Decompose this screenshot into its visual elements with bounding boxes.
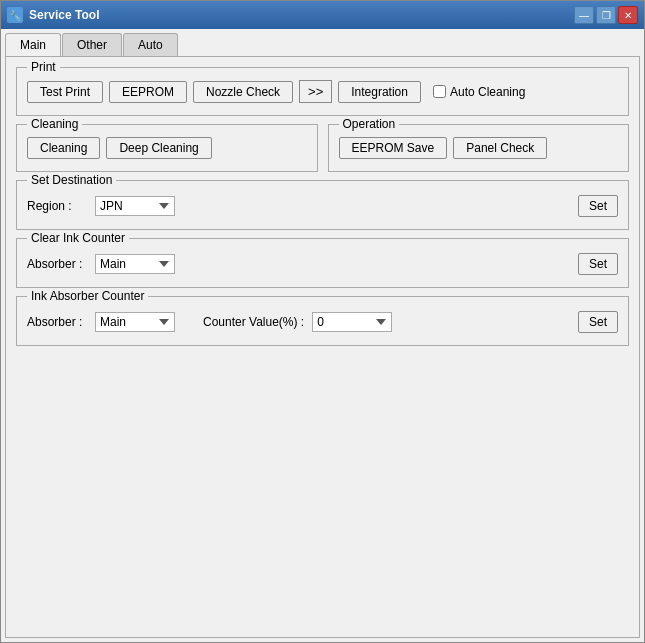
auto-cleaning-checkbox[interactable] [433,85,446,98]
counter-value-label: Counter Value(%) : [203,315,304,329]
clear-ink-absorber-label: Absorber : [27,257,87,271]
print-row: Test Print EEPROM Nozzle Check >> Integr… [27,80,618,103]
window-body: Main Other Auto Print Test Print EEPROM … [1,29,644,642]
deep-cleaning-button[interactable]: Deep Cleaning [106,137,211,159]
tab-main[interactable]: Main [5,33,61,56]
print-section: Print Test Print EEPROM Nozzle Check >> … [16,67,629,116]
auto-cleaning-wrap: Auto Cleaning [433,85,525,99]
region-label: Region : [27,199,87,213]
cleaning-buttons: Cleaning Deep Cleaning [27,137,307,159]
cleaning-operation-row: Cleaning Cleaning Deep Cleaning Operatio… [16,124,629,172]
cleaning-button[interactable]: Cleaning [27,137,100,159]
tab-content-main: Print Test Print EEPROM Nozzle Check >> … [5,56,640,638]
clear-ink-counter-section: Clear Ink Counter Absorber : Main Sub Se… [16,238,629,288]
tab-auto[interactable]: Auto [123,33,178,56]
ink-absorber-row: Absorber : Main Sub Counter Value(%) : 0… [27,311,618,333]
cleaning-section: Cleaning Cleaning Deep Cleaning [16,124,318,172]
ink-absorber-label: Absorber : [27,315,87,329]
auto-cleaning-label: Auto Cleaning [450,85,525,99]
close-button[interactable]: ✕ [618,6,638,24]
operation-section: Operation EEPROM Save Panel Check [328,124,630,172]
set-destination-label: Set Destination [27,173,116,187]
eeprom-button[interactable]: EEPROM [109,81,187,103]
ink-absorber-set-button[interactable]: Set [578,311,618,333]
clear-ink-set-button[interactable]: Set [578,253,618,275]
set-destination-row: Region : JPN USA EUR Set [27,195,618,217]
operation-buttons: EEPROM Save Panel Check [339,137,619,159]
tab-bar: Main Other Auto [5,33,640,56]
set-destination-button[interactable]: Set [578,195,618,217]
cleaning-section-label: Cleaning [27,117,82,131]
window-controls: — ❒ ✕ [574,6,638,24]
app-icon: 🔧 [7,7,23,23]
ink-absorber-counter-label: Ink Absorber Counter [27,289,148,303]
restore-button[interactable]: ❒ [596,6,616,24]
title-bar-left: 🔧 Service Tool [7,7,99,23]
nozzle-check-button[interactable]: Nozzle Check [193,81,293,103]
test-print-button[interactable]: Test Print [27,81,103,103]
ink-absorber-select[interactable]: Main Sub [95,312,175,332]
title-bar: 🔧 Service Tool — ❒ ✕ [1,1,644,29]
clear-ink-row: Absorber : Main Sub Set [27,253,618,275]
set-destination-section: Set Destination Region : JPN USA EUR Set [16,180,629,230]
counter-value-select[interactable]: 0 10 20 50 100 [312,312,392,332]
clear-ink-counter-label: Clear Ink Counter [27,231,129,245]
print-section-label: Print [27,60,60,74]
operation-section-label: Operation [339,117,400,131]
ink-absorber-counter-section: Ink Absorber Counter Absorber : Main Sub… [16,296,629,346]
region-select[interactable]: JPN USA EUR [95,196,175,216]
eeprom-save-button[interactable]: EEPROM Save [339,137,448,159]
panel-check-button[interactable]: Panel Check [453,137,547,159]
minimize-button[interactable]: — [574,6,594,24]
integration-button[interactable]: Integration [338,81,421,103]
main-window: 🔧 Service Tool — ❒ ✕ Main Other Auto Pri… [0,0,645,643]
clear-ink-absorber-select[interactable]: Main Sub [95,254,175,274]
tab-other[interactable]: Other [62,33,122,56]
arrow-button[interactable]: >> [299,80,332,103]
window-title: Service Tool [29,8,99,22]
